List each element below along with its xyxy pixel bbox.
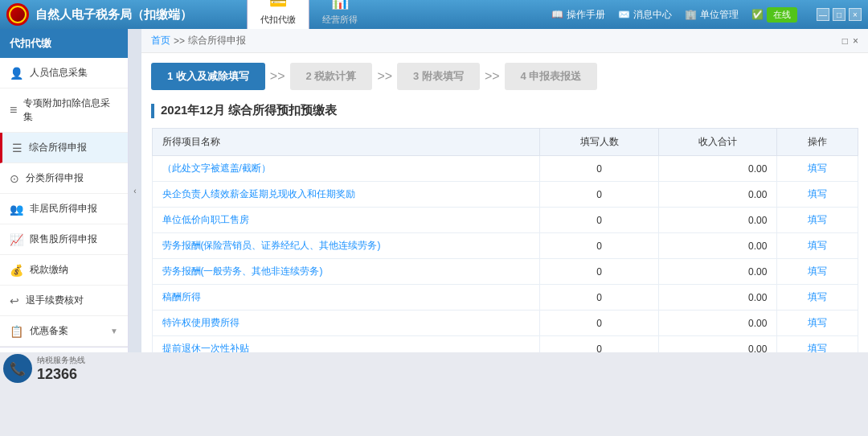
chevron-down-icon: ▼ [110, 327, 118, 335]
top-actions: 📖 操作手册 ✉️ 消息中心 🏢 单位管理 ✅ 在线 [551, 7, 797, 23]
row5-action[interactable]: 填写 [777, 259, 858, 285]
unit-label: 单位管理 [700, 8, 739, 22]
step1-label: 1 收入及减除填写 [151, 63, 265, 90]
breadcrumb-home[interactable]: 首页 [151, 34, 170, 47]
step4[interactable]: 4 申报表报送 [505, 63, 598, 90]
sidebar-label-comprehensive: 综合所得申报 [29, 141, 87, 154]
online-badge: 在线 [767, 7, 797, 23]
step-arrow-2: >> [377, 69, 392, 84]
step1[interactable]: 1 收入及减除填写 [151, 63, 265, 90]
fill-link-7: 填写 [808, 317, 827, 328]
table-row: 提前退休一次性补贴 0 0.00 填写 [152, 336, 858, 353]
table-row: 劳务报酬(一般劳务、其他非连续劳务) 0 0.00 填写 [152, 259, 858, 285]
row1-total: 0.00 [658, 156, 777, 182]
tab-dakou[interactable]: 💳 代扣代缴 [247, 0, 309, 29]
step3-label: 3 附表填写 [397, 63, 480, 90]
sidebar-item-tax[interactable]: 💰 税款缴纳 [0, 255, 128, 286]
step3[interactable]: 3 附表填写 [397, 63, 480, 90]
row3-total: 0.00 [658, 208, 777, 233]
sidebar-item-personnel[interactable]: 👤 人员信息采集 [0, 58, 128, 88]
main-layout: 代扣代缴 👤 人员信息采集 ≡ 专项附加扣除信息采集 ☰ 综合所得申报 ⊙ 分类… [0, 29, 868, 352]
row2-total: 0.00 [658, 182, 777, 208]
app-title: 自然人电子税务局（扣缴端） [35, 7, 192, 23]
col4-header: 操作 [777, 129, 858, 156]
row6-action[interactable]: 填写 [777, 285, 858, 311]
content-close-btn[interactable]: × [853, 35, 858, 47]
table-row: （此处文字被遮盖/截断） 0 0.00 填写 [152, 156, 858, 182]
tab-dakou-icon: 💳 [269, 0, 287, 10]
sidebar-label-refund: 退手续费核对 [26, 294, 84, 307]
sidebar-label-nonresident: 非居民所得申报 [30, 202, 97, 216]
message-btn[interactable]: ✉️ 消息中心 [618, 8, 672, 22]
minimize-btn[interactable]: — [817, 8, 829, 21]
maximize-btn[interactable]: □ [833, 8, 845, 21]
sidebar-label-special: 专项附加扣除信息采集 [23, 97, 118, 124]
menu-icon: ☰ [12, 142, 23, 154]
sidebar-label-reserve: 优惠备案 [30, 324, 68, 338]
person-icon: 👤 [10, 67, 23, 80]
unit-icon: 🏢 [685, 9, 697, 20]
sidebar-item-refund[interactable]: ↩ 退手续费核对 [0, 286, 128, 316]
sidebar-item-nonresident[interactable]: 👥 非居民所得申报 [0, 194, 128, 224]
hotline-icon: 📞 [3, 354, 32, 383]
row2-name: 央企负责人绩效薪金延期兑现收入和任期奖励 [152, 182, 540, 208]
row2-count: 0 [540, 182, 659, 208]
sidebar: 代扣代缴 👤 人员信息采集 ≡ 专项附加扣除信息采集 ☰ 综合所得申报 ⊙ 分类… [0, 29, 129, 352]
hotline-label: 纳税服务热线 [37, 355, 85, 366]
people-icon: 👥 [10, 203, 23, 216]
row1-action[interactable]: 填写 [777, 156, 858, 182]
row6-count: 0 [540, 285, 659, 311]
sidebar-item-comprehensive[interactable]: ☰ 综合所得申报 [0, 133, 128, 163]
app-logo [6, 3, 29, 26]
breadcrumb: 首页 >> 综合所得申报 □ × [141, 29, 868, 53]
step2[interactable]: 2 税款计算 [290, 63, 373, 90]
sidebar-item-reserve[interactable]: 📋 优惠备案 ▼ [0, 316, 128, 347]
money-icon: 💰 [10, 264, 23, 277]
table-header-row: 所得项目名称 填写人数 收入合计 操作 [152, 129, 858, 156]
sidebar-item-restricted[interactable]: 📈 限售股所得申报 [0, 224, 128, 255]
row3-name: 单位低价向职工售房 [152, 208, 540, 233]
row3-count: 0 [540, 208, 659, 233]
sidebar-items: 👤 人员信息采集 ≡ 专项附加扣除信息采集 ☰ 综合所得申报 ⊙ 分类所得申报 … [0, 58, 128, 347]
message-icon: ✉️ [618, 9, 630, 20]
step4-label: 4 申报表报送 [505, 63, 598, 90]
sidebar-item-special[interactable]: ≡ 专项附加扣除信息采集 [0, 88, 128, 133]
sidebar-item-classified[interactable]: ⊙ 分类所得申报 [0, 163, 128, 194]
row7-action[interactable]: 填写 [777, 311, 858, 336]
unit-btn[interactable]: 🏢 单位管理 [685, 8, 739, 22]
fill-link-6: 填写 [808, 291, 827, 302]
step-arrow-3: >> [485, 69, 500, 84]
row7-name: 特许权使用费所得 [152, 311, 540, 336]
table-row: 稿酬所得 0 0.00 填写 [152, 285, 858, 311]
row6-name: 稿酬所得 [152, 285, 540, 311]
tab-jingying[interactable]: 📊 经营所得 [309, 0, 371, 29]
title-bar-left: 自然人电子税务局（扣缴端） 💳 代扣代缴 📊 经营所得 [6, 0, 371, 29]
title-bar-right: 📖 操作手册 ✉️ 消息中心 🏢 单位管理 ✅ 在线 — □ × [551, 7, 862, 23]
row6-total: 0.00 [658, 285, 777, 311]
sidebar-label-restricted: 限售股所得申报 [30, 232, 97, 246]
content-area: 首页 >> 综合所得申报 □ × 1 收入及减除填写 >> 2 税款计算 >> … [141, 29, 868, 352]
fill-link-3: 填写 [808, 214, 827, 225]
tab-jingying-label: 经营所得 [322, 14, 358, 26]
fill-link-1: 填写 [808, 162, 827, 174]
fill-link-2: 填写 [808, 188, 827, 199]
manual-icon: 📖 [551, 9, 563, 20]
row4-action[interactable]: 填写 [777, 233, 858, 259]
col1-header: 所得项目名称 [152, 129, 540, 156]
step2-label: 2 税款计算 [290, 63, 373, 90]
row8-action[interactable]: 填写 [777, 336, 858, 353]
manual-btn[interactable]: 📖 操作手册 [551, 8, 605, 22]
row8-count: 0 [540, 336, 659, 353]
close-btn[interactable]: × [849, 8, 862, 21]
content-restore-btn[interactable]: □ [842, 35, 848, 47]
step-arrow-1: >> [270, 69, 285, 84]
row3-action[interactable]: 填写 [777, 208, 858, 233]
tab-dakou-label: 代扣代缴 [260, 14, 296, 26]
sidebar-label-personnel: 人员信息采集 [30, 66, 88, 80]
table-row: 劳务报酬(保险营销员、证券经纪人、其他连续劳务) 0 0.00 填写 [152, 233, 858, 259]
table-row: 央企负责人绩效薪金延期兑现收入和任期奖励 0 0.00 填写 [152, 182, 858, 208]
hotline: 📞 纳税服务热线 12366 [0, 347, 128, 389]
row2-action[interactable]: 填写 [777, 182, 858, 208]
sidebar-collapse-btn[interactable]: ‹ [129, 29, 141, 352]
tab-jingying-icon: 📊 [331, 0, 349, 10]
